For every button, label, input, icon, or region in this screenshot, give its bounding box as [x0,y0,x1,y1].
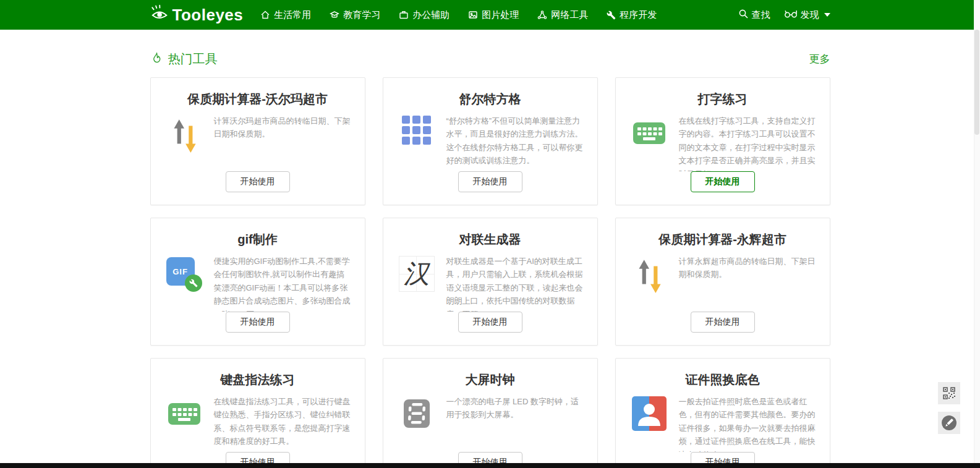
id-photo-icon [629,395,669,431]
start-using-button[interactable]: 开始使用 [226,171,290,192]
start-using-button[interactable]: 开始使用 [458,171,522,192]
search-icon [738,9,749,21]
qr-code-button[interactable] [938,382,960,404]
feedback-button[interactable] [938,412,960,434]
hanzi-icon: 汉 [397,255,437,292]
section-header: 热门工具 更多 [150,51,830,67]
tool-title: 保质期计算器-沃尔玛超市 [164,91,351,106]
discover-label: 发现 [801,9,819,21]
tool-title: 键盘指法练习 [164,372,351,387]
tool-description: 在线在线打字练习工具，支持自定义打字的内容。本打字练习工具可以设置不同的文本文章… [679,114,816,171]
hot-tools-title: 热门工具 [150,51,218,67]
pencil-icon [941,415,957,431]
tool-card: 大屏时钟 [383,358,598,468]
nav-item-network[interactable]: 网络工具 [537,9,588,21]
updown-arrows-icon [629,255,669,294]
tool-description: 一般去拍证件照时底色是蓝色或者红色，但有的证件需要其他颜色。要办的证件很多，如果… [679,395,816,452]
tool-description: 在线键盘指法练习工具，可以进行键盘键位熟悉、手指分区练习、键位纠错联系、标点符号… [214,395,351,448]
search-button[interactable]: 查找 [738,9,770,21]
tool-card: 打字练习 在线在线打字练习工具，支持自定义打字的内容。本打字练习工具可以设置不同… [615,77,830,205]
tool-title: 舒尔特方格 [397,91,584,106]
qr-code-icon [943,387,955,399]
start-using-button[interactable]: 开始使用 [691,171,755,192]
top-navbar: Tooleyes 生活常用 教育学习 [0,0,980,30]
tool-card: gif制作 GIF 便捷实用的GIF动图制作工具,不需要学会任何制图软件,就可以… [150,218,365,346]
tool-card: 保质期计算器-沃尔玛超市 计算沃尔玛超市商品的转临日期、下架日期和保质期。 开始… [150,77,365,205]
start-using-button[interactable]: 开始使用 [691,312,755,333]
schulte-grid-icon [397,114,437,145]
scrollbar-track[interactable] [974,0,980,468]
tool-title: 对联生成器 [397,232,584,247]
nav-label: 生活常用 [274,9,311,21]
fire-icon [150,51,163,67]
nav-item-daily-life[interactable]: 生活常用 [260,9,311,21]
gif-maker-icon: GIF [164,255,204,292]
keyboard-icon [629,114,669,150]
image-icon [468,10,478,20]
discover-menu[interactable]: 发现 [784,9,830,21]
start-using-button[interactable]: 开始使用 [458,312,522,333]
tool-card: 证件照换底色 一般去拍证件照时底色是蓝色或者红色，但有的证件需要其他颜色。要办的… [615,358,830,468]
tool-description: 对联生成器是一个基于AI的对联生成工具，用户只需输入上联，系统机会根据语义语境显… [446,255,584,312]
tool-card: 舒尔特方格 “舒尔特方格”不但可以简单测量注意力水平，而且是很好的注意力训练方法… [383,77,598,205]
nav-item-office[interactable]: 办公辅助 [399,9,450,21]
more-link[interactable]: 更多 [809,52,830,66]
nav-item-dev[interactable]: 程序开发 [607,9,657,21]
nav-item-image[interactable]: 图片处理 [468,9,519,21]
tool-grid: 保质期计算器-沃尔玛超市 计算沃尔玛超市商品的转临日期、下架日期和保质期。 开始… [150,77,830,468]
network-icon [537,10,547,20]
nav-item-education[interactable]: 教育学习 [330,9,380,21]
tool-title: 保质期计算器-永辉超市 [629,232,816,247]
floating-sidebar [938,382,960,434]
nav-label: 办公辅助 [412,9,450,21]
updown-arrows-icon [164,114,204,154]
tool-description: 计算永辉超市商品的转临日期、下架日期和保质期。 [679,255,816,281]
tool-title: 大屏时钟 [397,372,584,387]
nav-label: 图片处理 [482,9,519,21]
tool-title: 证件照换底色 [629,372,816,387]
graduation-icon [330,10,339,20]
nav-label: 网络工具 [551,9,588,21]
tool-description: 一个漂亮的电子屏 LED 数字时钟，适用于投影到大屏幕。 [446,395,584,422]
glasses-icon [784,9,798,20]
nav-label: 程序开发 [620,9,657,21]
tool-card: 对联生成器 汉 对联生成器是一个基于AI的对联生成工具，用户只需输入上联，系统机… [383,218,598,346]
wrench-badge-icon [185,274,202,292]
tool-title: gif制作 [164,232,351,247]
tool-description: 便捷实用的GIF动图制作工具,不需要学会任何制图软件,就可以制作出有趣搞笑漂亮的… [214,255,351,312]
tool-card: 保质期计算器-永辉超市 计算永辉超市商品的转临日期、下架日期和保质期。 开始使用 [615,218,830,346]
tool-description: 计算沃尔玛超市商品的转临日期、下架日期和保质期。 [214,114,351,141]
seven-segment-icon [397,395,437,431]
start-using-button[interactable]: 开始使用 [226,312,290,333]
home-icon [260,10,270,20]
chevron-down-icon [824,13,830,17]
tool-description: “舒尔特方格”不但可以简单测量注意力水平，而且是很好的注意力训练方法。这个在线舒… [446,114,584,168]
search-label: 查找 [752,9,770,21]
scrollbar-thumb[interactable] [974,30,979,135]
site-logo[interactable]: Tooleyes [150,4,244,27]
main-nav: 生活常用 教育学习 办公辅助 [260,9,657,21]
nav-label: 教育学习 [343,9,380,21]
section-title-text: 热门工具 [168,51,218,67]
hanzi-char: 汉 [404,261,430,287]
tool-title: 打字练习 [629,91,816,106]
logo-text: Tooleyes [173,6,244,25]
briefcase-icon [399,10,409,20]
bottom-edge-strip [0,463,980,468]
keyboard-icon [164,395,204,431]
eye-logo-icon [150,4,170,27]
wrench-icon [607,11,616,20]
tool-card: 键盘指法练习 在线键盘指法练习工具，可以进行键盘键位熟悉、手指分区练习、键位纠错… [150,358,365,468]
